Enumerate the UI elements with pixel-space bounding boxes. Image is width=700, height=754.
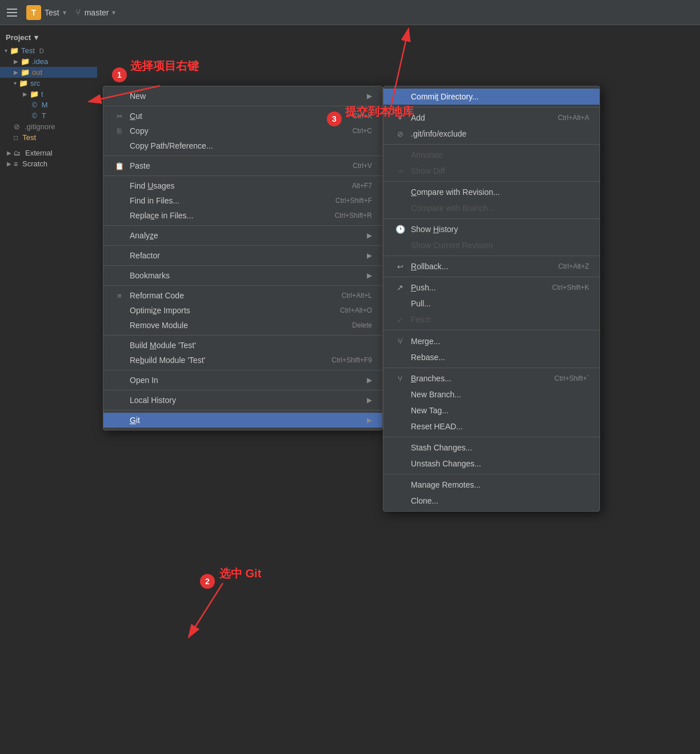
find-files-shortcut: Ctrl+Shift+F — [335, 197, 372, 205]
remove-module-label: Remove Module — [130, 321, 188, 330]
sidebar-item-scratch[interactable]: ▶ ≡ Scratch — [0, 158, 97, 169]
git-manage-remotes[interactable]: Manage Remotes... — [383, 477, 599, 493]
menu-item-copy-path[interactable]: Copy Path/Reference... — [103, 138, 382, 153]
menu-item-analyze[interactable]: Analyze ▶ — [103, 228, 382, 243]
git-clone[interactable]: Clone... — [383, 493, 599, 509]
sidebar-item-src[interactable]: ▾ 📁 src — [0, 78, 97, 89]
scratch-icon: ≡ — [14, 160, 18, 168]
hamburger-menu[interactable] — [7, 9, 17, 17]
external-icon: 🗂 — [14, 149, 21, 157]
separator-4 — [103, 225, 382, 226]
git-new-branch[interactable]: New Branch... — [383, 386, 599, 402]
git-rebase[interactable]: Rebase... — [383, 349, 599, 365]
reformat-label: Reformat Code — [130, 291, 184, 300]
sidebar-item-test-file[interactable]: □ Test — [0, 132, 97, 143]
git-push[interactable]: ↗ Push... Ctrl+Shift+K — [383, 280, 599, 296]
branch-info: ⑂ master ▾ — [75, 7, 116, 18]
rollback-icon: ↩ — [394, 262, 406, 271]
new-label: New — [130, 91, 146, 101]
context-menu-left: New ▶ ✂ Cut Ctrl+X ⎘ Copy Ctrl+C Copy Pa… — [103, 86, 383, 430]
separator-5 — [103, 245, 382, 246]
copy-path-label: Copy Path/Reference... — [130, 141, 213, 150]
menu-item-build-module[interactable]: Build Module 'Test' — [103, 338, 382, 353]
t-file-label: T — [42, 111, 46, 120]
tree-arrow-icon: ▶ — [14, 69, 18, 75]
menu-item-local-history[interactable]: Local History ▶ — [103, 393, 382, 408]
menu-item-copy[interactable]: ⎘ Copy Ctrl+C — [103, 123, 382, 138]
menu-item-replace-in-files[interactable]: Replace in Files... Ctrl+Shift+R — [103, 208, 382, 223]
separator-7 — [103, 285, 382, 286]
rollback-shortcut: Ctrl+Alt+Z — [558, 262, 589, 270]
annotation-bubble-2: 2 — [200, 574, 215, 589]
git-reset-head[interactable]: Reset HEAD... — [383, 418, 599, 434]
reset-head-label: Reset HEAD... — [411, 422, 463, 431]
git-merge[interactable]: ⑂ Merge... — [383, 333, 599, 349]
branches-shortcut: Ctrl+Shift+` — [554, 374, 589, 382]
menu-item-bookmarks[interactable]: Bookmarks ▶ — [103, 268, 382, 283]
sidebar-item-external[interactable]: ▶ 🗂 External — [0, 147, 97, 158]
git-branches[interactable]: ⑂ Branches... Ctrl+Shift+` — [383, 370, 599, 386]
git-sep-1 — [383, 107, 599, 107]
separator-11 — [103, 410, 382, 410]
test-label: Test — [21, 46, 35, 55]
menu-item-new[interactable]: New ▶ — [103, 89, 382, 103]
t-sub-label: t — [41, 90, 43, 98]
idea-label: .idea — [32, 57, 48, 66]
sidebar-header[interactable]: Project ▾ — [0, 30, 97, 45]
git-new-tag[interactable]: New Tag... — [383, 402, 599, 418]
sidebar-item-idea[interactable]: ▶ 📁 .idea — [0, 56, 97, 67]
build-label: Build Module 'Test' — [130, 341, 196, 350]
show-diff-label: Show Diff — [411, 166, 445, 175]
git-add[interactable]: + Add Ctrl+Alt+A — [383, 110, 599, 126]
menu-item-rebuild-module[interactable]: Rebuild Module 'Test' Ctrl+Shift+F9 — [103, 353, 382, 368]
menu-item-paste[interactable]: 📋 Paste Ctrl+V — [103, 158, 382, 173]
menu-item-refactor[interactable]: Refactor ▶ — [103, 248, 382, 263]
git-show-history[interactable]: 🕐 Show History — [383, 221, 599, 237]
menu-item-find-in-files[interactable]: Find in Files... Ctrl+Shift+F — [103, 193, 382, 208]
menu-item-git[interactable]: Git ▶ — [103, 413, 382, 428]
git-sep-8 — [383, 368, 599, 368]
menu-item-optimize[interactable]: Optimize Imports Ctrl+Alt+O — [103, 303, 382, 318]
git-commit-directory[interactable]: Commit Directory... — [383, 89, 599, 105]
rebuild-label: Rebuild Module 'Test' — [130, 356, 205, 365]
git-unstash[interactable]: Unstash Changes... — [383, 456, 599, 472]
find-usages-label: Find Usages — [130, 181, 175, 190]
tree-arrow-icon: ▾ — [5, 47, 7, 54]
git-compare-revision[interactable]: Compare with Revision... — [383, 184, 599, 200]
sidebar-item-test[interactable]: ▾ 📁 Test D — [0, 45, 97, 56]
sidebar-item-gitignore[interactable]: ⊘ .gitignore — [0, 121, 97, 132]
git-rollback[interactable]: ↩ Rollback... Ctrl+Alt+Z — [383, 258, 599, 274]
branch-name: master — [85, 8, 109, 17]
gitignore-label: .gitignore — [25, 122, 55, 131]
menu-item-remove-module[interactable]: Remove Module Delete — [103, 318, 382, 333]
optimize-shortcut: Ctrl+Alt+O — [340, 306, 372, 314]
src-label: src — [30, 79, 40, 87]
push-icon: ↗ — [394, 283, 406, 292]
history-icon: 🕐 — [394, 225, 406, 234]
new-arrow-icon: ▶ — [367, 92, 372, 100]
rebuild-shortcut: Ctrl+Shift+F9 — [331, 356, 372, 364]
git-sep-3 — [383, 181, 599, 182]
banned-icon: ⊘ — [14, 122, 20, 131]
separator-9 — [103, 370, 382, 370]
compare-revision-label: Compare with Revision... — [411, 187, 500, 197]
sidebar-item-out[interactable]: ▶ 📁 out — [0, 67, 97, 78]
sidebar-item-m-file[interactable]: © M — [0, 99, 97, 110]
git-pull[interactable]: Pull... — [383, 296, 599, 312]
menu-item-open-in[interactable]: Open In ▶ — [103, 373, 382, 388]
annotation-text-2: 选中 Git — [219, 566, 261, 581]
git-sep-2 — [383, 144, 599, 145]
push-label: Push... — [411, 283, 436, 292]
remove-module-shortcut: Delete — [352, 321, 372, 329]
menu-item-reformat[interactable]: ≡ Reformat Code Ctrl+Alt+L — [103, 288, 382, 303]
copyright-icon: © — [32, 112, 37, 120]
sidebar-item-t-sub[interactable]: ▶ 📁 t — [0, 89, 97, 99]
git-exclude[interactable]: ⊘ .git/info/exclude — [383, 126, 599, 142]
sidebar-item-t-file[interactable]: © T — [0, 110, 97, 121]
git-stash[interactable]: Stash Changes... — [383, 440, 599, 456]
tree-arrow-icon: ▶ — [7, 161, 11, 167]
history-label: Show History — [411, 225, 458, 234]
folder-icon: 📁 — [21, 57, 30, 66]
menu-item-find-usages[interactable]: Find Usages Alt+F7 — [103, 178, 382, 193]
find-usages-shortcut: Alt+F7 — [352, 182, 372, 190]
